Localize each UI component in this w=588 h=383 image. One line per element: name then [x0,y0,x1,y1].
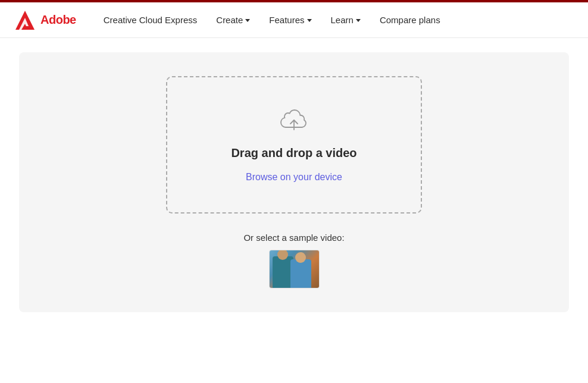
nav-item-learn[interactable]: Learn [323,10,369,30]
nav-link-compare-plans[interactable]: Compare plans [371,10,449,30]
nav-item-compare-plans[interactable]: Compare plans [371,10,449,30]
sample-label: Or select a sample video: [243,233,344,243]
person2-silhouette [290,259,311,288]
nav-link-features[interactable]: Features [261,10,320,30]
adobe-logo-icon [14,10,36,31]
nav-item-create[interactable]: Create [208,10,258,30]
sample-thumbnail[interactable] [269,250,320,288]
chevron-down-icon [245,19,250,22]
upload-container: Drag and drop a video Browse on your dev… [19,52,569,312]
main-content: Drag and drop a video Browse on your dev… [0,38,588,327]
brand-logo-link[interactable]: Adobe [14,10,76,31]
sample-thumbnail-image [270,250,320,288]
chevron-down-icon [307,19,312,22]
chevron-down-icon [356,19,361,22]
nav-link-create[interactable]: Create [208,10,258,30]
nav-links: Creative Cloud Express Create Features L… [95,10,449,30]
brand-name: Adobe [40,13,76,27]
sample-section: Or select a sample video: [243,233,344,288]
upload-cloud-icon [279,107,309,134]
browse-device-link[interactable]: Browse on your device [246,172,342,183]
drag-drop-text: Drag and drop a video [231,146,356,160]
navbar: Adobe Creative Cloud Express Create Feat… [0,2,588,38]
nav-item-features[interactable]: Features [261,10,320,30]
nav-item-creative-cloud-express[interactable]: Creative Cloud Express [95,10,206,30]
nav-link-creative-cloud-express[interactable]: Creative Cloud Express [95,10,206,30]
nav-link-learn[interactable]: Learn [323,10,369,30]
upload-icon-wrapper [279,107,309,134]
drop-zone[interactable]: Drag and drop a video Browse on your dev… [166,76,422,214]
